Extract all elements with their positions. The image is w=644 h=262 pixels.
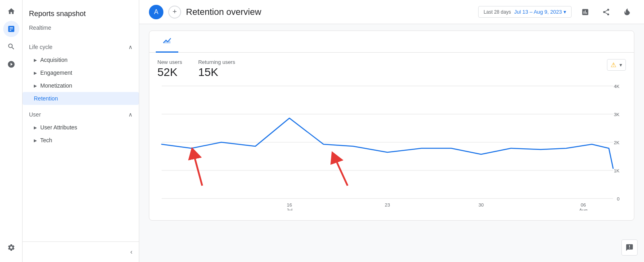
content-area: New users 52K Returning users 15K ⚠ ▾ <box>139 24 644 262</box>
svg-text:Jul: Jul <box>287 208 293 211</box>
chart-metrics: New users 52K Returning users 15K <box>157 59 607 79</box>
lifecycle-section-header[interactable]: Life cycle ∧ <box>23 41 139 53</box>
add-comparison-button[interactable]: + <box>168 6 181 18</box>
user-section-header[interactable]: User ∧ <box>23 108 139 121</box>
chart-area: 4K 3K 2K 1K 0 <box>149 82 634 220</box>
engagement-chevron: ▶ <box>34 71 37 75</box>
sidebar-item-tech[interactable]: ▶ Tech <box>23 134 139 147</box>
warning-button[interactable]: ⚠ ▾ <box>607 59 626 71</box>
home-nav-icon[interactable] <box>3 3 19 19</box>
lifecycle-collapse-icon: ∧ <box>128 44 132 50</box>
returning-users-label: Returning users <box>198 59 235 65</box>
monetization-chevron: ▶ <box>34 84 37 88</box>
acquisition-label: Acquisition <box>40 57 68 63</box>
svg-text:0: 0 <box>617 196 619 201</box>
chart-type-button[interactable] <box>578 5 592 19</box>
sidebar-item-user-attributes[interactable]: ▶ User Attributes <box>23 121 139 134</box>
targeting-nav-icon[interactable] <box>3 56 19 72</box>
svg-text:1K: 1K <box>614 168 620 173</box>
user-section: User ∧ ▶ User Attributes ▶ Tech <box>23 108 139 147</box>
sidebar-item-engagement[interactable]: ▶ Engagement <box>23 66 139 79</box>
lifecycle-section: Life cycle ∧ ▶ Acquisition ▶ Engagement … <box>23 41 139 105</box>
sidebar-title: Reports snapshot <box>29 6 132 21</box>
lifecycle-label: Life cycle <box>29 44 52 50</box>
icon-rail <box>0 0 23 262</box>
chart-tab-line[interactable] <box>156 31 178 53</box>
svg-text:Aug: Aug <box>579 208 588 211</box>
user-attributes-chevron: ▶ <box>34 125 37 130</box>
share-button[interactable] <box>599 5 613 19</box>
monetization-label: Monetization <box>40 82 72 89</box>
svg-text:30: 30 <box>479 203 484 207</box>
svg-text:06: 06 <box>581 203 586 207</box>
new-users-value: 52K <box>157 66 182 79</box>
user-section-label: User <box>29 111 41 118</box>
retention-label: Retention <box>34 95 58 102</box>
page-title: Retention overview <box>186 7 473 17</box>
topbar: A + Retention overview Last 28 days Jul … <box>139 0 644 24</box>
sidebar-item-acquisition[interactable]: ▶ Acquisition <box>23 53 139 66</box>
topbar-right: Last 28 days Jul 13 – Aug 9, 2023 ▾ <box>478 5 634 19</box>
sidebar-footer: ‹ <box>23 242 139 262</box>
sidebar-item-retention[interactable]: Retention <box>23 92 139 105</box>
chart-line <box>162 118 613 168</box>
sidebar: Reports snapshot Realtime Life cycle ∧ ▶… <box>23 0 139 262</box>
main-content: A + Retention overview Last 28 days Jul … <box>139 0 644 262</box>
svg-text:23: 23 <box>385 203 390 207</box>
svg-text:2K: 2K <box>614 140 620 145</box>
warning-triangle-icon: ⚠ <box>611 61 616 69</box>
avatar[interactable]: A <box>149 5 163 19</box>
search-nav-icon[interactable] <box>3 39 19 55</box>
retention-chart-svg: 4K 3K 2K 1K 0 <box>157 82 626 211</box>
analytics-nav-icon[interactable] <box>3 21 19 37</box>
retention-chart-card: New users 52K Returning users 15K ⚠ ▾ <box>149 31 634 221</box>
svg-text:4K: 4K <box>614 84 620 89</box>
user-collapse-icon: ∧ <box>128 111 132 118</box>
new-users-label: New users <box>157 59 182 65</box>
feedback-button[interactable] <box>621 239 638 256</box>
returning-users-value: 15K <box>198 66 235 79</box>
settings-nav-icon[interactable] <box>3 239 19 256</box>
date-dropdown-icon: ▾ <box>564 9 566 15</box>
user-attributes-label: User Attributes <box>40 124 77 131</box>
date-prefix-label: Last 28 days <box>483 9 511 15</box>
sidebar-realtime[interactable]: Realtime <box>29 21 132 34</box>
acquisition-chevron: ▶ <box>34 58 37 62</box>
chart-tabs <box>149 31 634 53</box>
chart-header: New users 52K Returning users 15K ⚠ ▾ <box>149 53 634 82</box>
sidebar-collapse-button[interactable]: ‹ <box>130 248 132 256</box>
svg-text:16: 16 <box>287 203 292 207</box>
sidebar-item-monetization[interactable]: ▶ Monetization <box>23 79 139 92</box>
warning-dropdown-icon: ▾ <box>619 62 622 68</box>
date-range-button[interactable]: Last 28 days Jul 13 – Aug 9, 2023 ▾ <box>478 6 572 18</box>
new-users-metric: New users 52K <box>157 59 182 79</box>
returning-users-metric: Returning users 15K <box>198 59 235 79</box>
svg-text:3K: 3K <box>614 112 620 117</box>
tech-label: Tech <box>40 137 52 143</box>
date-range-label: Jul 13 – Aug 9, 2023 <box>514 9 562 15</box>
tech-chevron: ▶ <box>34 138 37 143</box>
explore-button[interactable] <box>620 5 634 19</box>
sidebar-header: Reports snapshot Realtime <box>23 0 139 37</box>
engagement-label: Engagement <box>40 70 72 76</box>
